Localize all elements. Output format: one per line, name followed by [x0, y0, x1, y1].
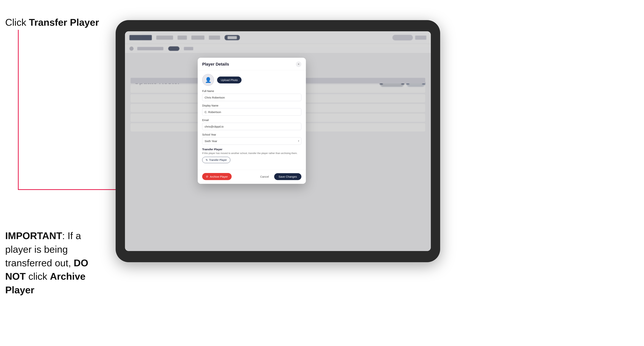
email-field: Email [202, 119, 302, 130]
modal-footer: ⊘ Archive Player Cancel Save Changes [198, 170, 306, 184]
full-name-input[interactable] [202, 94, 302, 101]
save-changes-button[interactable]: Save Changes [274, 173, 302, 180]
transfer-player-description: If this player has moved to another scho… [202, 152, 302, 155]
email-input[interactable] [202, 123, 302, 130]
tablet-screen: Update Roster Player Details [125, 31, 431, 251]
instruction-click-text: Click Transfer Player [5, 17, 99, 28]
instruction-bottom-text: IMPORTANT: If a player is being transfer… [5, 229, 102, 297]
archive-icon: ⊘ [206, 175, 208, 178]
footer-right-buttons: Cancel Save Changes [257, 173, 302, 180]
avatar-circle: 👤 [202, 74, 214, 86]
archive-player-button[interactable]: ⊘ Archive Player [202, 173, 232, 180]
transfer-player-label: Transfer Player [202, 148, 302, 151]
important-label: IMPORTANT [5, 230, 62, 241]
avatar-row: 👤 Upload Photo [202, 74, 302, 86]
email-label: Email [202, 119, 302, 122]
school-year-select[interactable]: First Year Second Year Third Year Fourth… [202, 137, 302, 145]
modal-body: 👤 Upload Photo Full Name Display Name Em… [198, 70, 306, 170]
display-name-input[interactable] [202, 108, 302, 116]
display-name-field: Display Name [202, 104, 302, 116]
school-year-select-wrapper: First Year Second Year Third Year Fourth… [202, 137, 302, 145]
player-details-modal: Player Details × 👤 Upload Photo Full Nam… [198, 58, 306, 184]
instruction-bold: Transfer Player [29, 17, 99, 28]
modal-header: Player Details × [198, 58, 306, 70]
modal-title: Player Details [202, 62, 229, 67]
transfer-player-section: Transfer Player If this player has moved… [202, 148, 302, 163]
arrow-vertical-line [18, 30, 19, 190]
full-name-label: Full Name [202, 90, 302, 93]
archive-btn-label: Archive Player [210, 175, 228, 178]
modal-close-button[interactable]: × [296, 61, 302, 67]
display-name-label: Display Name [202, 104, 302, 107]
school-year-label: School Year [202, 133, 302, 136]
school-year-field: School Year First Year Second Year Third… [202, 133, 302, 145]
avatar-icon: 👤 [205, 77, 212, 83]
transfer-player-button[interactable]: ↻ Transfer Player [202, 157, 230, 163]
transfer-btn-label: Transfer Player [209, 159, 227, 162]
cancel-button[interactable]: Cancel [257, 173, 272, 180]
full-name-field: Full Name [202, 90, 302, 101]
tablet-device: Update Roster Player Details [116, 20, 440, 262]
instruction-prefix: Click [5, 17, 29, 28]
upload-photo-button[interactable]: Upload Photo [217, 77, 242, 83]
transfer-icon: ↻ [206, 159, 208, 162]
